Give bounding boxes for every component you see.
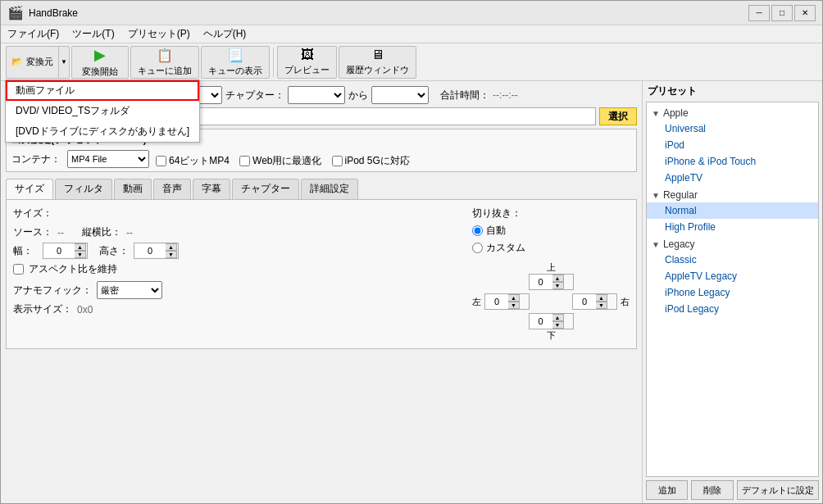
check-64bit-label: 64ビットMP4 (169, 154, 230, 168)
crop-bottom-label: 下 (547, 329, 556, 342)
chapter-from-select[interactable] (288, 86, 345, 104)
crop-title: 切り抜き： (472, 207, 630, 220)
close-button[interactable]: ✕ (794, 5, 816, 21)
preset-classic[interactable]: Classic (647, 252, 818, 268)
tree-group-header-apple[interactable]: ▼ Apple (647, 106, 818, 120)
height-spinbox: ▲ ▼ (134, 243, 179, 259)
preset-iphone-ipod-touch[interactable]: iPhone & iPod Touch (647, 153, 818, 170)
source-info-label: ソース： (13, 225, 52, 239)
crop-left-spinbox: ▲ ▼ (484, 293, 530, 310)
ratio-label: 縦横比： (82, 225, 121, 239)
width-up[interactable]: ▲ (75, 243, 86, 251)
convert-start-button[interactable]: ▶ 変換開始 (71, 46, 129, 79)
crop-left-down[interactable]: ▼ (508, 302, 520, 309)
tree-group-header-legacy[interactable]: ▼ Legacy (647, 237, 818, 252)
crop-left-input[interactable] (485, 294, 508, 309)
menu-presets[interactable]: プリセット(P) (121, 25, 197, 43)
check-web[interactable] (239, 156, 250, 166)
height-up[interactable]: ▲ (166, 243, 177, 251)
dropdown-item-dvd-drive[interactable]: [DVDドライブにディスクがありません] (6, 121, 199, 142)
tab-size[interactable]: サイズ (6, 179, 53, 199)
display-size-row: 表示サイズ： 0x0 (13, 302, 456, 316)
total-label: 合計時間： (440, 89, 489, 102)
anamorphic-select[interactable]: 厳密 (97, 281, 162, 299)
crop-radio-group: 自動 カスタム (472, 224, 630, 255)
height-down[interactable]: ▼ (166, 251, 177, 258)
expand-icon-legacy: ▼ (652, 240, 660, 249)
height-input[interactable] (134, 243, 166, 258)
tree-group-header-regular[interactable]: ▼ Regular (647, 188, 818, 202)
left-panel: タイトル： ... チャプター： から 合計時間： --:--:-- 保存先ファ… (1, 81, 642, 503)
app-icon: 🎬 (7, 5, 24, 20)
add-queue-label: キューに追加 (138, 65, 192, 77)
crop-right-input[interactable] (573, 294, 596, 309)
chapter-label: チャプター： (225, 89, 284, 102)
preview-label: プレビュー (284, 64, 330, 76)
width-down[interactable]: ▼ (75, 251, 86, 258)
preview-icon: 🖼 (301, 48, 314, 62)
preview-button[interactable]: 🖼 プレビュー (277, 46, 337, 79)
crop-bottom-up[interactable]: ▲ (552, 314, 564, 321)
keep-ratio-row: アスペクト比を維持 (13, 262, 456, 276)
tabs-bar: サイズ フィルタ 動画 音声 字幕 チャプター 詳細設定 (6, 179, 637, 200)
from-label: から (348, 89, 368, 102)
dropdown-item-video-file[interactable]: 動画ファイル (6, 80, 199, 101)
custom-radio[interactable] (472, 243, 483, 253)
width-input[interactable] (43, 243, 75, 258)
container-select[interactable]: MP4 File (67, 150, 149, 168)
menu-file[interactable]: ファイル(F) (1, 25, 66, 43)
tree-group-legacy: ▼ Legacy Classic AppleTV Legacy iPhone L… (647, 237, 818, 317)
crop-bottom-down[interactable]: ▼ (552, 321, 564, 329)
crop-bottom-input[interactable] (530, 314, 552, 329)
preset-delete-button[interactable]: 削除 (691, 480, 733, 500)
tab-video[interactable]: 動画 (114, 179, 152, 199)
preset-default-button[interactable]: デフォルトに設定 (737, 480, 820, 500)
expand-icon-apple: ▼ (652, 109, 660, 118)
dropdown-item-dvd-folder[interactable]: DVD/ VIDEO_TSフォルダ (6, 101, 199, 121)
crop-right-up[interactable]: ▲ (596, 294, 607, 302)
crop-left-up[interactable]: ▲ (508, 294, 520, 302)
tab-chapter[interactable]: チャプター (232, 179, 299, 199)
source-button[interactable]: 📂 変換元 (6, 46, 58, 79)
size-section: サイズ： ソース： -- 縦横比： -- 幅： (13, 207, 456, 342)
minimize-button[interactable]: ─ (748, 5, 770, 21)
preset-high-profile[interactable]: High Profile (647, 219, 818, 235)
display-size-label: 表示サイズ： (13, 302, 72, 316)
tab-audio[interactable]: 音声 (153, 179, 191, 199)
history-button[interactable]: 🖥 履歴ウィンドウ (339, 46, 416, 79)
preset-add-button[interactable]: 追加 (646, 480, 688, 500)
auto-radio-item: 自動 (472, 224, 630, 238)
crop-top-down[interactable]: ▼ (552, 282, 564, 289)
chapter-to-select[interactable] (371, 86, 429, 104)
crop-top-input[interactable] (530, 275, 552, 289)
check-64bit[interactable] (156, 156, 166, 166)
keep-ratio-check[interactable] (13, 264, 24, 275)
check-web-label: Web用に最適化 (252, 154, 321, 168)
anamorphic-row: アナモフィック： 厳密 (13, 281, 456, 299)
checkbox-row: 64ビットMP4 Web用に最適化 iPod 5Gに対応 (156, 154, 410, 168)
play-icon: ▶ (94, 46, 106, 64)
crop-top-label: 上 (547, 261, 556, 274)
preset-ipod[interactable]: iPod (647, 137, 818, 153)
save-button[interactable]: 選択 (599, 107, 637, 125)
preset-iphone-legacy[interactable]: iPhone Legacy (647, 284, 818, 301)
show-queue-button[interactable]: 📃 キューの表示 (201, 46, 270, 79)
crop-top-up[interactable]: ▲ (552, 275, 564, 282)
main-window: 🎬 HandBrake ─ □ ✕ ファイル(F) ツール(T) プリセット(P… (0, 0, 823, 504)
menu-tools[interactable]: ツール(T) (66, 25, 120, 43)
maximize-button[interactable]: □ (771, 5, 793, 21)
auto-radio[interactable] (472, 225, 483, 236)
tab-filter[interactable]: フィルタ (55, 179, 112, 199)
source-dropdown-arrow[interactable]: ▼ (58, 46, 70, 79)
preset-normal[interactable]: Normal (647, 202, 818, 219)
preset-ipod-legacy[interactable]: iPod Legacy (647, 301, 818, 317)
add-queue-button[interactable]: 📋 キューに追加 (130, 46, 199, 79)
preset-appletv[interactable]: AppleTV (647, 170, 818, 186)
check-ipod[interactable] (332, 156, 343, 166)
menu-help[interactable]: ヘルプ(H) (197, 25, 253, 43)
preset-universal[interactable]: Universal (647, 120, 818, 137)
tab-advanced[interactable]: 詳細設定 (301, 179, 358, 199)
tab-subtitle[interactable]: 字幕 (193, 179, 230, 199)
preset-appletv-legacy[interactable]: AppleTV Legacy (647, 268, 818, 284)
crop-right-down[interactable]: ▼ (596, 302, 607, 309)
